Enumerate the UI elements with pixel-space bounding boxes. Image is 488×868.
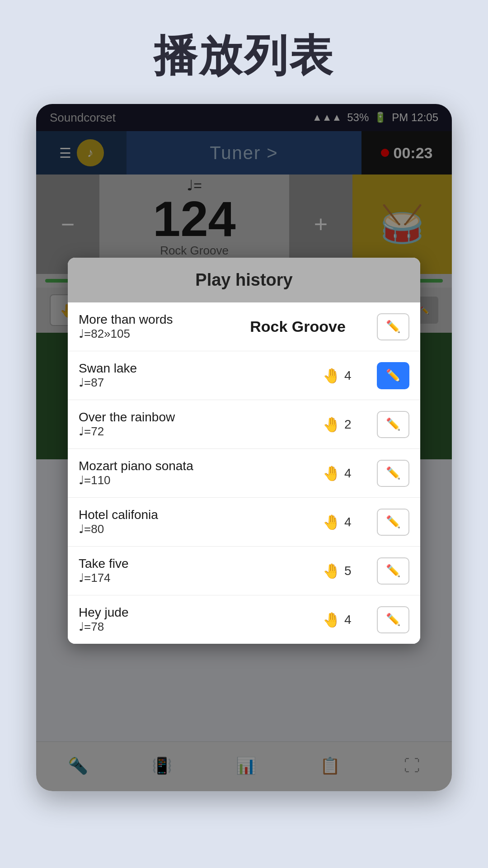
row-title: Hotel califonia (79, 508, 314, 522)
row-beat: 🤚4 (323, 611, 368, 628)
pencil-icon: ✏️ (386, 613, 400, 627)
hand-icon: 🤚 (323, 562, 341, 580)
play-history-modal: Play history More than words♩=82»105Rock… (68, 258, 420, 644)
row-bpm: ♩=110 (79, 473, 314, 487)
beat-count: 5 (344, 564, 352, 578)
modal-body: More than words♩=82»105Rock Groove✏️Swan… (68, 302, 420, 644)
pencil-icon: ✏️ (386, 466, 400, 480)
row-bpm: ♩=78 (79, 620, 314, 634)
history-row[interactable]: Take five♩=174🤚5✏️ (68, 547, 420, 595)
page-title: 播放列表 (0, 0, 488, 86)
row-info: Mozart piano sonata♩=110 (79, 459, 314, 487)
row-beat: 🤚5 (323, 562, 368, 580)
row-beat: 🤚2 (323, 416, 368, 433)
row-info: More than words♩=82»105 (79, 312, 219, 341)
row-title: Over the rainbow (79, 410, 314, 425)
pencil-icon: ✏️ (386, 368, 400, 382)
row-bpm: ♩=174 (79, 571, 314, 585)
row-bpm: ♩=87 (79, 376, 314, 390)
row-bpm: ♩=80 (79, 522, 314, 536)
row-beat: 🤚4 (323, 514, 368, 531)
row-beat: 🤚4 (323, 465, 368, 482)
row-title: Swan lake (79, 361, 314, 376)
hand-icon: 🤚 (323, 367, 341, 384)
hand-icon: 🤚 (323, 514, 341, 531)
modal-overlay[interactable]: Play history More than words♩=82»105Rock… (36, 104, 452, 791)
row-title: Mozart piano sonata (79, 459, 314, 473)
beat-count: 4 (344, 466, 352, 481)
pencil-icon: ✏️ (386, 320, 400, 334)
beat-count: 2 (344, 417, 352, 432)
edit-button[interactable]: ✏️ (377, 509, 409, 536)
row-title: Take five (79, 557, 314, 571)
row-bpm: ♩=72 (79, 425, 314, 439)
modal-header: Play history (68, 258, 420, 302)
edit-button[interactable]: ✏️ (377, 362, 409, 389)
edit-button[interactable]: ✏️ (377, 460, 409, 487)
hand-icon: 🤚 (323, 465, 341, 482)
row-genre: Rock Groove (228, 318, 368, 335)
beat-count: 4 (344, 368, 352, 383)
edit-button[interactable]: ✏️ (377, 411, 409, 438)
pencil-icon: ✏️ (386, 417, 400, 431)
edit-button[interactable]: ✏️ (377, 557, 409, 585)
row-info: Hotel califonia♩=80 (79, 508, 314, 536)
history-row[interactable]: Mozart piano sonata♩=110🤚4✏️ (68, 449, 420, 498)
row-bpm: ♩=82»105 (79, 327, 219, 341)
row-info: Hey jude♩=78 (79, 605, 314, 634)
row-info: Swan lake♩=87 (79, 361, 314, 390)
modal-title: Play history (195, 270, 292, 289)
edit-button[interactable]: ✏️ (377, 313, 409, 340)
hand-icon: 🤚 (323, 611, 341, 628)
history-row[interactable]: Swan lake♩=87🤚4✏️ (68, 351, 420, 400)
edit-button[interactable]: ✏️ (377, 606, 409, 633)
pencil-icon: ✏️ (386, 515, 400, 529)
history-row[interactable]: Hotel califonia♩=80🤚4✏️ (68, 498, 420, 547)
history-row[interactable]: Hey jude♩=78🤚4✏️ (68, 595, 420, 644)
history-row[interactable]: Over the rainbow♩=72🤚2✏️ (68, 400, 420, 449)
row-info: Take five♩=174 (79, 557, 314, 585)
row-title: More than words (79, 312, 219, 327)
row-info: Over the rainbow♩=72 (79, 410, 314, 439)
row-beat: 🤚4 (323, 367, 368, 384)
row-title: Hey jude (79, 605, 314, 620)
beat-count: 4 (344, 613, 352, 627)
beat-count: 4 (344, 515, 352, 529)
history-row[interactable]: More than words♩=82»105Rock Groove✏️ (68, 302, 420, 351)
pencil-icon: ✏️ (386, 564, 400, 578)
hand-icon: 🤚 (323, 416, 341, 433)
app-container: Soundcorset ▲▲▲ 53% 🔋 PM 12:05 ☰ ♪ Tuner… (36, 104, 452, 791)
